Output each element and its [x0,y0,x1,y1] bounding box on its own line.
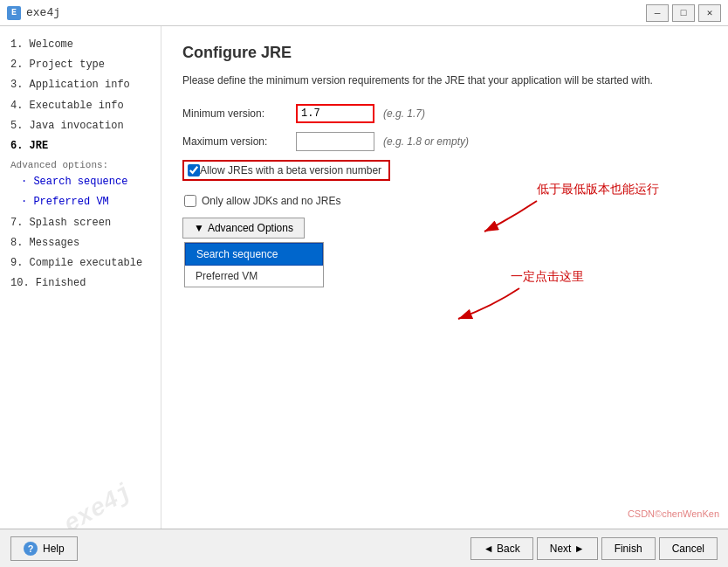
maximum-version-row: Maximum version: (e.g. 1.8 or empty) [182,132,707,151]
annotation2: 一定点击这里 [511,269,584,285]
beta-checkbox-container: Allow JREs with a beta version number [182,160,390,181]
maximum-version-label: Maximum version: [182,135,296,148]
sidebar-item-preferred-vm[interactable]: · Preferred VM [7,192,154,212]
advanced-options-dropdown-icon: ▼ [194,222,204,234]
sidebar: 1. Welcome 2. Project type 3. Applicatio… [0,26,161,529]
sidebar-watermark: exe4j [59,479,136,529]
back-label: ◄ Back [484,543,520,555]
title-bar: E exe4j — □ ✕ [0,0,728,26]
advanced-options-label: Advanced Options [208,222,293,234]
minimize-button[interactable]: — [646,4,669,22]
bottom-bar: ? Help ◄ Back Next ► Finish Cancel [0,529,728,567]
sidebar-item-finished[interactable]: 10. Finished [7,273,154,294]
main-panel: Configure JRE Please define the minimum … [161,26,728,529]
advanced-options-dropdown: Search sequence Preferred VM [184,242,324,287]
jdk-only-label: Only allow JDKs and no JREs [202,195,340,207]
cancel-button[interactable]: Cancel [659,537,718,560]
content-area: 1. Welcome 2. Project type 3. Applicatio… [0,26,728,529]
next-label: Next ► [550,543,585,555]
annotation1: 低于最低版本也能运行 [537,182,659,197]
maximum-version-input[interactable] [296,132,374,151]
help-button[interactable]: ? Help [10,536,78,561]
title-bar-left: E exe4j [7,6,60,20]
sidebar-item-messages[interactable]: 8. Messages [7,233,154,253]
sidebar-item-executable-info[interactable]: 4. Executable info [7,96,154,116]
csdn-watermark: CSDN©chenWenKen [628,508,719,519]
window-controls: — □ ✕ [646,4,721,22]
sidebar-item-project-type[interactable]: 2. Project type [7,55,154,75]
sidebar-item-jre[interactable]: 6. JRE [7,136,154,156]
dropdown-item-preferred-vm[interactable]: Preferred VM [185,266,323,287]
app-icon: E [7,6,21,20]
sidebar-item-search-sequence[interactable]: · Search sequence [7,172,154,192]
advanced-options-button[interactable]: ▼ Advanced Options [182,218,305,239]
beta-checkbox-label: Allow JREs with a beta version number [200,164,381,176]
jdk-only-checkbox[interactable] [184,195,196,207]
dropdown-item-search-sequence[interactable]: Search sequence [185,243,323,266]
maximum-version-hint: (e.g. 1.8 or empty) [383,135,469,148]
description: Please define the minimum version requir… [182,73,707,88]
finish-button[interactable]: Finish [601,537,656,560]
sidebar-item-compile-executable[interactable]: 9. Compile executable [7,253,154,273]
maximize-button[interactable]: □ [672,4,695,22]
cancel-label: Cancel [672,543,704,555]
app-container: 1. Welcome 2. Project type 3. Applicatio… [0,26,728,567]
sidebar-advanced-options-label: Advanced options: [7,156,154,172]
sidebar-item-application-info[interactable]: 3. Application info [7,75,154,95]
sidebar-item-welcome[interactable]: 1. Welcome [7,35,154,55]
next-button[interactable]: Next ► [537,537,598,560]
help-icon: ? [24,542,38,556]
minimum-version-hint: (e.g. 1.7) [383,107,425,120]
minimum-version-row: Minimum version: (e.g. 1.7) [182,104,707,123]
beta-checkbox[interactable] [188,164,200,176]
window-title: exe4j [26,6,60,19]
close-button[interactable]: ✕ [698,4,721,22]
sidebar-item-splash-screen[interactable]: 7. Splash screen [7,213,154,233]
back-button[interactable]: ◄ Back [470,537,533,560]
panel-title: Configure JRE [182,44,707,62]
minimum-version-input[interactable] [296,104,374,123]
nav-buttons: ◄ Back Next ► Finish Cancel [470,537,718,560]
help-label: Help [43,543,65,555]
arrow2-svg [441,280,546,332]
finish-label: Finish [615,543,642,555]
sidebar-item-java-invocation[interactable]: 5. Java invocation [7,116,154,136]
minimum-version-label: Minimum version: [182,107,296,120]
